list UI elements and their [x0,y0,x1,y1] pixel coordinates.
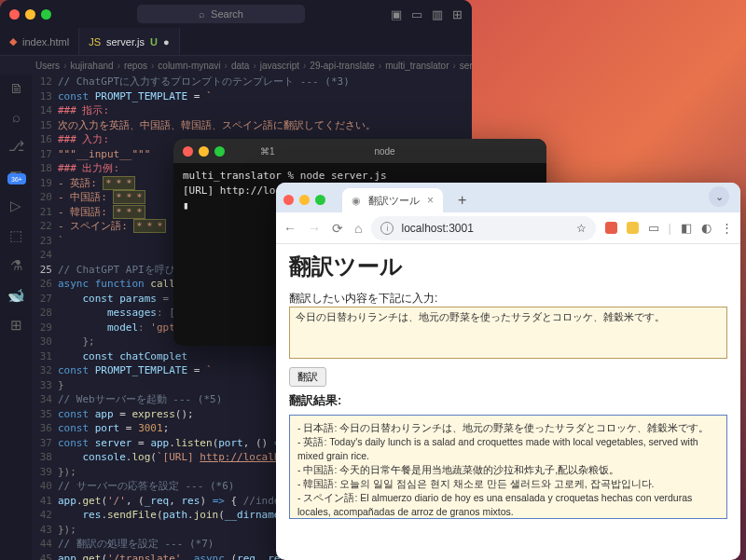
ext-icon-2[interactable] [627,222,639,234]
search-placeholder: Search [211,8,243,20]
tab-server-js[interactable]: JS server.js U ● [79,28,179,55]
terminal-left-label: ⌘1 [232,146,366,157]
input-textarea[interactable] [289,307,727,359]
globe-icon: ◉ [352,195,361,207]
browser-tabstrip: ◉ 翻訳ツール × + ⌄ [276,183,740,212]
page-title: 翻訳ツール [289,252,727,281]
debug-icon[interactable]: ▷ [10,198,21,214]
search-icon[interactable]: ⌕ [12,109,21,125]
breadcrumb[interactable]: Users›kujirahand›repos›column-mynavi›dat… [0,56,472,75]
browser-tab[interactable]: ◉ 翻訳ツール × [342,188,443,212]
line-gutter: 1213141516171819202122232425262728293031… [32,75,58,560]
terminal-title: node [374,146,394,157]
toolbar-icons: ▭ | ◧ ◐ ⋮ [605,221,733,235]
nav-buttons: ← → ⟳ ⌂ [283,221,362,236]
reload-icon[interactable]: ⟳ [332,221,343,236]
translate-button[interactable]: 翻訳 [289,367,326,387]
ext-icon[interactable]: ⊞ [10,317,22,334]
window-controls [183,146,225,157]
browser-chrome-top: ◉ 翻訳ツール × + ⌄ [276,183,740,212]
address-bar[interactable]: i localhost:3001 ☆ [371,216,595,240]
panel-bottom-icon[interactable]: ▭ [411,7,422,21]
tab-label: index.html [22,36,69,48]
ext-icon-1[interactable] [605,222,617,234]
remote-icon[interactable]: ⬚ [9,227,22,244]
zoom-dot[interactable] [315,195,325,205]
close-dot[interactable] [9,9,20,20]
forward-icon[interactable]: → [308,221,321,236]
terminal-titlebar: ⌘1 node [173,139,546,163]
minimize-dot[interactable] [199,146,209,157]
activity-bar: 🗎 ⌕ ⎇ ◧36+ ▷ ⬚ ⚗ 🐋 ⊞ [0,75,32,560]
result-label: 翻訳結果: [289,392,727,409]
tab-index-html[interactable]: ◆ index.html [0,28,79,55]
minimize-dot[interactable] [299,195,310,205]
html-icon: ◆ [9,35,17,48]
zoom-dot[interactable] [41,9,51,20]
layout-controls: ▣ ▭ ▥ ⊞ [391,7,463,21]
new-tab-button[interactable]: + [458,192,466,209]
star-icon[interactable]: ☆ [576,222,587,235]
editor-tabs: ◆ index.html JS server.js U ● [0,28,472,56]
window-controls [9,9,51,20]
search-icon: ⌕ [199,8,205,20]
minimize-dot[interactable] [25,9,35,20]
browser-tab-title: 翻訳ツール [368,194,420,208]
menu-icon[interactable]: ⋮ [721,221,733,235]
test-icon[interactable]: ⚗ [10,257,22,274]
input-label: 翻訳したい内容を下記に入力: [289,291,727,307]
badge: 36+ [7,173,26,184]
layout-icon[interactable]: ⊞ [452,7,463,21]
panel-left-icon[interactable]: ▣ [391,7,402,21]
home-icon[interactable]: ⌂ [354,221,362,236]
profile-icon[interactable]: ◐ [701,221,711,235]
back-icon[interactable]: ← [283,221,297,236]
window-controls [283,195,325,205]
tab-label: server.js [106,36,145,48]
panel-right-icon[interactable]: ▥ [432,7,443,21]
vscode-titlebar: ⌕ Search ▣ ▭ ▥ ⊞ [0,0,472,28]
scm-icon[interactable]: ⎇ [8,138,24,155]
command-search[interactable]: ⌕ Search [137,5,305,23]
js-icon: JS [89,36,101,48]
close-dot[interactable] [283,195,294,205]
close-tab-icon[interactable]: × [427,194,434,207]
url-text: localhost:3001 [401,222,473,235]
zoom-dot[interactable] [214,146,225,157]
extensions-icon[interactable]: ◧36+ [9,168,22,184]
sidepanel-icon[interactable]: ◧ [681,221,692,235]
bookmark-icon[interactable]: ▭ [648,221,659,235]
close-dot[interactable] [183,146,193,157]
docker-icon[interactable]: 🐋 [7,287,25,304]
page-content: 翻訳ツール 翻訳したい内容を下記に入力: 翻訳 翻訳結果: - 日本語: 今日の… [276,244,740,560]
result-box: - 日本語: 今日の日替わりランチは、地元の野菜を使ったサラダとコロッケ、雑穀米… [289,415,727,519]
tab-dirty-dot: ● [163,36,170,48]
browser-toolbar: ← → ⟳ ⌂ i localhost:3001 ☆ ▭ | ◧ ◐ ⋮ [276,212,740,244]
modified-indicator: U [150,36,158,48]
chevron-down-icon[interactable]: ⌄ [709,186,729,207]
site-info-icon[interactable]: i [380,222,394,235]
browser-window: ◉ 翻訳ツール × + ⌄ ← → ⟳ ⌂ i localhost:3001 ☆… [276,183,740,560]
explorer-icon[interactable]: 🗎 [9,80,23,96]
